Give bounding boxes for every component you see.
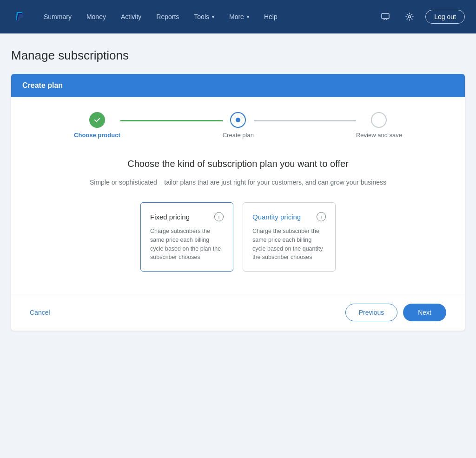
quantity-pricing-header: Quantity pricing i [252, 212, 326, 221]
content-area: Choose the kind of subscription plan you… [30, 157, 446, 272]
step-1-circle [89, 112, 105, 128]
tools-chevron: ▾ [212, 14, 214, 20]
step-review-save: Review and save [356, 112, 402, 139]
next-button[interactable]: Next [403, 304, 446, 321]
quantity-pricing-desc: Charge the subscriber the same price eac… [252, 227, 326, 262]
nav-activity[interactable]: Activity [114, 9, 148, 24]
card-body: Choose product Create plan Review and sa [11, 97, 465, 294]
footer-actions: Previous Next [345, 304, 446, 321]
messages-button[interactable] [377, 8, 394, 25]
nav-summary[interactable]: Summary [37, 9, 78, 24]
svg-rect-0 [382, 13, 389, 19]
footer-bar: Cancel Previous Next [11, 294, 465, 331]
cancel-link[interactable]: Cancel [30, 309, 50, 316]
fixed-pricing-card[interactable]: Fixed pricing i Charge subscribers the s… [140, 202, 233, 272]
step-3-label: Review and save [356, 132, 402, 139]
card-header-title: Create plan [22, 81, 63, 89]
step-2-circle [230, 112, 246, 128]
paypal-logo [11, 8, 28, 25]
pricing-cards: Fixed pricing i Charge subscribers the s… [30, 202, 446, 272]
logout-button[interactable]: Log out [425, 10, 465, 24]
page-title: Manage subscriptions [11, 48, 465, 63]
main-card: Create plan Choose product [11, 74, 465, 331]
svg-point-1 [409, 16, 411, 18]
fixed-pricing-header: Fixed pricing i [150, 212, 224, 221]
plan-choice-subtitle: Simple or sophisticated – tailor plans t… [30, 178, 446, 187]
fixed-pricing-info-icon[interactable]: i [214, 212, 224, 221]
nav-links: Summary Money Activity Reports Tools▾ Mo… [37, 9, 377, 24]
step-choose-product: Choose product [74, 112, 120, 139]
fixed-pricing-desc: Charge subscribers the same price each b… [150, 227, 224, 262]
nav-tools[interactable]: Tools▾ [187, 9, 221, 24]
quantity-pricing-title: Quantity pricing [252, 213, 301, 221]
page-wrapper: Manage subscriptions Create plan Choose … [0, 33, 476, 342]
fixed-pricing-title: Fixed pricing [150, 213, 190, 221]
settings-button[interactable] [401, 8, 418, 25]
step-connector-1 [120, 120, 223, 121]
nav-help[interactable]: Help [258, 9, 284, 24]
quantity-pricing-card[interactable]: Quantity pricing i Charge the subscriber… [243, 202, 336, 272]
nav-more[interactable]: More▾ [223, 9, 256, 24]
step-2-label: Create plan [223, 132, 254, 139]
nav-reports[interactable]: Reports [150, 9, 185, 24]
nav-right: Log out [377, 8, 465, 25]
step-connector-2 [254, 120, 356, 121]
navbar: Summary Money Activity Reports Tools▾ Mo… [0, 0, 476, 33]
stepper: Choose product Create plan Review and sa [30, 112, 446, 139]
step-1-label: Choose product [74, 132, 120, 139]
step-3-circle [371, 112, 387, 128]
nav-money[interactable]: Money [80, 9, 112, 24]
quantity-pricing-info-icon[interactable]: i [317, 212, 326, 221]
step-create-plan: Create plan [223, 112, 254, 139]
plan-choice-title: Choose the kind of subscription plan you… [30, 157, 446, 170]
more-chevron: ▾ [247, 14, 249, 20]
previous-button[interactable]: Previous [345, 304, 397, 321]
card-header: Create plan [11, 74, 465, 97]
